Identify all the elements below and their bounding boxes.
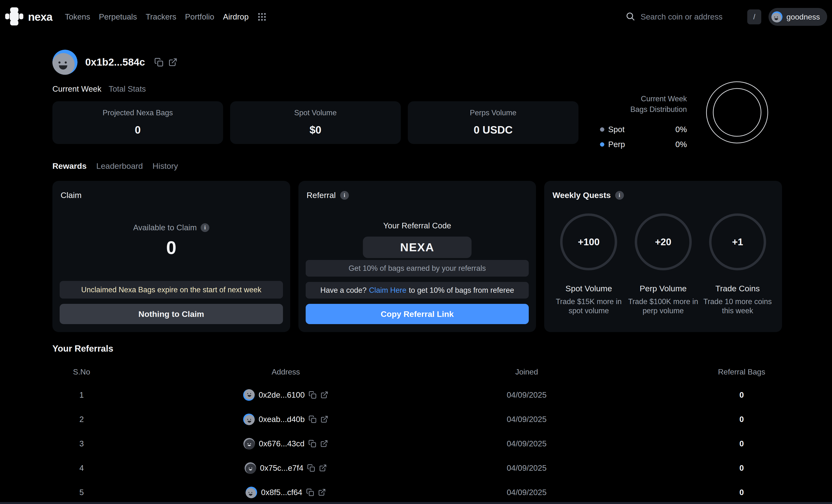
copy-icon[interactable] [309,391,316,399]
cell-bags: 0 [621,439,782,448]
cards-row: Claim Available to Claim i 0 Unclaimed N… [52,181,782,332]
info-icon[interactable]: i [340,191,349,200]
external-link-icon[interactable] [319,464,327,472]
weekly-quests-title: Weekly Quests i [551,191,775,200]
nav-right: / goodness [626,8,827,26]
nav-item-tokens[interactable]: Tokens [65,12,90,22]
distribution-donut-chart [706,81,769,144]
nothing-to-claim-button[interactable]: Nothing to Claim [60,304,283,324]
referral-claim-bar: Have a code? Claim Here to get 10% of ba… [306,282,529,299]
cell-joined: 04/09/2025 [432,415,621,424]
quests-row: +100 Spot Volume Trade $15K more in spot… [551,214,775,315]
user-avatar [772,11,782,22]
your-referrals-title: Your Referrals [52,344,782,354]
cell-address: 0x75c...e7f4 [111,462,432,474]
search-shortcut-key: / [747,9,761,24]
external-link-icon[interactable] [320,440,328,448]
weekly-quests-card: Weekly Quests i +100 Spot Volume Trade $… [544,181,782,332]
nav-item-portfolio[interactable]: Portfolio [185,12,214,22]
stat-value: 0 USDC [474,124,513,136]
stat-label: Perps Volume [470,109,516,117]
copy-icon[interactable] [308,440,316,448]
nav-item-trackers[interactable]: Trackers [146,12,176,22]
claim-card-title: Claim [60,191,283,200]
legend-item-spot: Spot 0% [600,125,687,134]
copy-icon[interactable] [307,464,315,472]
user-menu[interactable]: goodness [769,8,827,26]
referral-info-bar: Get 10% of bags earned by your referrals [306,260,529,277]
external-link-icon[interactable] [320,391,328,399]
available-to-claim-label: Available to Claim [133,223,197,232]
legend-item-perp: Perp 0% [600,140,687,149]
info-icon[interactable]: i [201,223,209,232]
tab-total-stats[interactable]: Total Stats [109,84,146,93]
cell-sno: 2 [52,415,111,424]
address-text: 0x8f5...cf64 [261,488,302,497]
cell-joined: 04/09/2025 [432,488,621,497]
copy-address-icon[interactable] [154,58,163,67]
referral-code[interactable]: NEXA [363,236,471,258]
cell-bags: 0 [621,390,782,399]
bottom-edge-strip [0,502,832,504]
top-nav: nexa Tokens Perpetuals Trackers Portfoli… [0,0,832,34]
claim-expiry-notice: Unclaimed Nexa Bags expire on the start … [60,281,283,299]
cell-address: 0xeab...d40b [111,414,432,425]
copy-icon[interactable] [309,415,316,423]
external-link-icon[interactable] [318,488,326,496]
nav-item-airdrop[interactable]: Airdrop [223,12,249,22]
stat-value: $0 [310,124,321,136]
distribution-title: Current Week Bags Distribution [600,93,687,115]
cell-address: 0x676...43cd [111,438,432,449]
search-input[interactable] [641,12,742,22]
tab-leaderboard[interactable]: Leaderboard [96,161,143,171]
table-row: 1 0x2de...6100 04/09 [52,383,782,407]
external-link-icon[interactable] [320,415,328,423]
info-icon[interactable]: i [615,191,624,200]
tab-current-week[interactable]: Current Week [52,84,101,93]
cell-bags: 0 [621,415,782,424]
avatar [243,414,255,425]
tab-history[interactable]: History [153,161,178,171]
address-text: 0x2de...6100 [259,390,305,399]
apps-grid-icon[interactable] [257,12,267,22]
claim-middle: Available to Claim i 0 [60,200,283,281]
quest-perp-volume: +20 Perp Volume Trade $100K more in perp… [626,214,700,315]
nexa-logo[interactable]: nexa [4,6,52,27]
profile-avatar [52,50,78,75]
table-header: S.No Address Joined Referral Bags [52,361,782,383]
avatar [243,389,255,401]
referral-code-label: Your Referral Code [306,221,529,230]
tab-rewards[interactable]: Rewards [52,161,87,171]
cell-address: 0x8f5...cf64 [111,487,432,498]
external-link-icon[interactable] [168,58,178,67]
main-content: 0x1b2...584c [0,50,832,504]
available-to-claim-value: 0 [166,237,176,258]
avatar [244,462,256,474]
referrals-table: S.No Address Joined Referral Bags 1 0x2d… [52,361,782,504]
address-text: 0xeab...d40b [259,415,305,424]
airdrop-page: nexa Tokens Perpetuals Trackers Portfoli… [0,0,832,504]
address-text: 0x676...43cd [259,439,305,448]
claim-here-link[interactable]: Claim Here [369,286,406,295]
cell-bags: 0 [621,464,782,473]
distribution-legend: Current Week Bags Distribution Spot 0% P… [600,81,687,149]
nexa-logo-icon [4,6,24,27]
cell-sno: 1 [52,390,111,399]
spot-dot [600,127,604,132]
referral-card-title: Referral i [306,191,529,200]
stat-label: Spot Volume [294,109,337,117]
table-row: 3 0x676...43cd 04/09 [52,431,782,456]
wallet-address: 0x1b2...584c [85,56,145,68]
cell-joined: 04/09/2025 [432,439,621,448]
cell-joined: 04/09/2025 [432,464,621,473]
copy-referral-link-button[interactable]: Copy Referral Link [306,304,529,324]
copy-icon[interactable] [306,488,314,496]
nav-item-perpetuals[interactable]: Perpetuals [99,12,137,22]
stat-label: Projected Nexa Bags [103,109,173,117]
avatar [245,487,257,498]
stat-card-projected-bags: Projected Nexa Bags 0 [52,101,223,144]
rewards-section-tabs: Rewards Leaderboard History [52,161,782,171]
perp-dot [600,142,604,147]
top-section: 0x1b2...584c [52,50,782,144]
user-name: goodness [786,12,820,22]
